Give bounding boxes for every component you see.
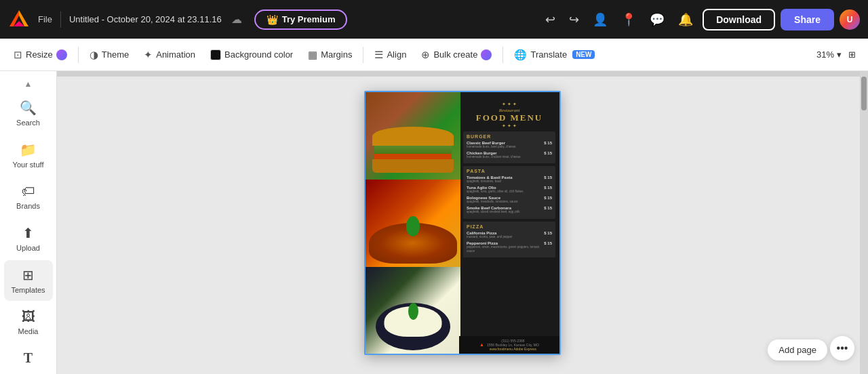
pasta-section-title: PASTA [467,169,552,173]
menu-item-row: California Pizza mustard, ricotta, pate,… [467,231,552,239]
item-price: $ 15 [544,141,552,145]
background-color-tool[interactable]: Background color [203,46,300,64]
bulk-create-icon: ⊕ [421,49,430,61]
brand-icon: 🏷 [22,184,35,199]
user-avatar[interactable]: U [840,9,860,30]
location-icon-button[interactable]: 📍 [617,8,640,31]
sidebar-item-templates[interactable]: ⊞ Templates [4,260,53,301]
document-title[interactable]: Untitled - October 20, 2024 at 23.11.16 [69,14,222,24]
item-price: $ 15 [544,231,552,235]
canvas-design-card[interactable]: ✦ ✦ ✦ Restaurant FOOD MENU ✦ ✦ ✦ BURGER … [364,91,561,355]
vertical-scrollbar[interactable] [860,71,868,374]
item-price: $ 15 [544,151,552,155]
pizza-section: PIZZA California Pizza mustard, ricotta,… [463,222,555,258]
sidebar-item-upload[interactable]: ⬆ Upload [4,218,53,259]
animation-icon: ✦ [144,49,153,61]
media-icon: 🖼 [22,309,35,325]
more-options-button[interactable]: ••• [830,336,854,360]
item-price: $ 15 [544,196,552,200]
align-tool[interactable]: ☰ Align [368,45,413,64]
sidebar-item-text[interactable]: T [4,344,53,373]
menu-text-column: ✦ ✦ ✦ Restaurant FOOD MENU ✦ ✦ ✦ BURGER … [459,92,559,354]
item-desc: spaghetti, tuna, garlic, olive oil, chil… [467,190,541,194]
undo-button[interactable]: ↩ [541,8,559,31]
menu-item-row: Tomatoes & Basil Pasta spaghetti, tomato… [467,175,552,184]
burger-image [366,92,460,180]
upload-icon: ⬆ [22,225,34,241]
crown-icon: 👑 [267,14,278,25]
folder-icon: 📁 [20,142,37,158]
account-icon-button[interactable]: 👤 [589,8,612,31]
translate-tool[interactable]: 🌐 Translate NEW [507,45,601,64]
sandwich-shape [372,127,454,173]
notification-icon-button[interactable]: 🔔 [674,8,697,31]
toolbar-divider-3 [502,47,503,63]
adobe-icon: ▲ [479,342,484,347]
try-premium-button[interactable]: 👑 Try Premium [254,9,348,30]
scrollbar-thumb[interactable] [861,77,867,110]
app-logo[interactable] [8,7,30,32]
templates-icon: ⊞ [22,267,34,283]
sidebar-item-media[interactable]: 🖼 Media [4,302,53,342]
sidebar-item-your-stuff[interactable]: 📁 Your stuff [4,135,53,175]
bun-top [372,127,454,146]
menu-footer: ▲ (311) 555-2368 1556 Buckley Ln, Kansas… [459,336,559,354]
redo-button[interactable]: ↪ [565,8,583,31]
margins-tool[interactable]: ▦ Margins [301,45,359,64]
item-price: $ 15 [544,175,552,180]
pasta-shape [369,223,457,264]
add-page-button[interactable]: Add page [768,339,827,360]
item-info: Smoke Beef Carbonara spaghetti, sliced s… [467,206,541,214]
patty-filling [374,154,452,159]
file-menu[interactable]: File [38,14,52,24]
align-icon: ☰ [374,49,383,61]
horizontal-scrollbar[interactable] [57,71,860,77]
translate-new-badge: NEW [572,50,595,59]
zoom-control[interactable]: 31% ▾ ⊞ [811,47,861,62]
rice-image [366,267,460,353]
item-price: $ 15 [544,206,552,210]
download-button[interactable]: Download [703,9,775,30]
menu-title: FOOD MENU [466,113,553,123]
sidebar-upload-label: Upload [16,244,40,252]
bun-bottom [372,159,454,173]
item-info: Tomatoes & Basil Pasta spaghetti, tomato… [467,175,541,184]
footer-address: 1556 Buckley Ln, Kansas City, MO [487,343,539,347]
sidebar-item-brands[interactable]: 🏷 Brands [4,177,53,217]
theme-tool[interactable]: ◑ Theme [83,45,136,64]
sidebar-scroll-up[interactable]: ▲ [0,77,56,91]
cloud-sync-icon: ☁ [231,13,242,26]
menu-item-row: Pepperoni Pizza pepperoni, onion, mushro… [467,241,552,253]
resize-badge [56,49,67,60]
resize-tool[interactable]: ⊡ Resize [7,45,74,64]
bulk-create-tool[interactable]: ⊕ Bulk create [414,45,498,64]
sidebar-search-label: Search [16,119,40,127]
menu-item-row: Classic Beef Burger homemade buns, beef … [467,141,552,149]
lettuce-filling [374,146,452,154]
ellipsis-icon: ••• [837,342,848,354]
item-info: Classic Beef Burger homemade buns, beef … [467,141,541,149]
footer-website: www.foodmenu Adobe Express [487,347,539,351]
translate-icon: 🌐 [514,49,527,61]
item-info: California Pizza mustard, ricotta, pate,… [467,231,541,239]
nav-divider [60,12,61,28]
sidebar-item-search[interactable]: 🔍 Search [4,93,53,133]
item-info: Tuna Aglio Olio spaghetti, tuna, garlic,… [467,186,541,194]
item-desc: spaghetti, sliced smoked beef, egg yolk [467,210,541,214]
share-button[interactable]: Share [781,9,834,30]
item-desc: pepperoni, onion, mushrooms, green peppe… [467,245,541,253]
animation-tool[interactable]: ✦ Animation [137,45,202,64]
item-price: $ 15 [544,186,552,190]
comment-icon-button[interactable]: 💬 [646,8,669,31]
canvas-area[interactable]: ✦ ✦ ✦ Restaurant FOOD MENU ✦ ✦ ✦ BURGER … [57,71,868,374]
item-price: $ 15 [544,241,552,245]
item-desc: homemade buns, beef patty, cheese [467,145,541,149]
menu-item-row: Chicken Burger homemade buns, chicken me… [467,151,552,159]
pasta-section: PASTA Tomatoes & Basil Pasta spaghetti, … [463,166,555,218]
bulk-create-badge [481,49,492,60]
menu-item-row: Smoke Beef Carbonara spaghetti, sliced s… [467,206,552,214]
item-info: Pepperoni Pizza pepperoni, onion, mushro… [467,241,541,253]
item-desc: spaghetti, meatballs, tomatoes, sauce [467,200,541,204]
rice-pile [384,306,442,337]
chevron-down-icon: ▾ [837,49,842,60]
